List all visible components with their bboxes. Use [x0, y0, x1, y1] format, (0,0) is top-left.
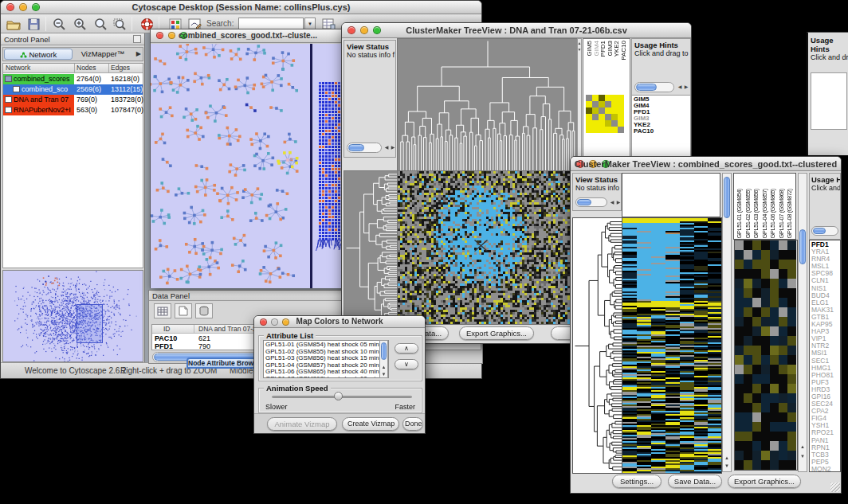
move-up-button[interactable]: ∧ [395, 343, 418, 354]
network-table-row[interactable]: combined_sco2569(6)13112(15) [3, 84, 143, 95]
tv1-column-label[interactable]: GIM4 [593, 41, 600, 90]
usage-hints-hscrollbar[interactable] [811, 226, 838, 236]
matrix-cell[interactable] [586, 120, 592, 127]
search-input[interactable] [238, 18, 304, 29]
matrix-cell[interactable] [618, 127, 624, 133]
tv1-column-dendrogram[interactable] [397, 38, 578, 172]
tv2-column-label[interactable]: GPL51-06 (GSM865) [769, 174, 778, 238]
settings-button[interactable]: Settings... [612, 475, 662, 488]
open-session-icon[interactable] [5, 17, 22, 32]
matrix-cell[interactable] [586, 127, 592, 133]
export-graphics-button[interactable]: Export Graphics... [728, 475, 801, 488]
attribute-list-vscrollbar[interactable]: ▲ ▼ [379, 340, 388, 378]
float-panel-icon[interactable] [133, 35, 141, 43]
table-mode-icon[interactable] [154, 303, 171, 318]
matrix-cell[interactable] [586, 107, 592, 114]
main-titlebar[interactable]: Cytoscape Desktop (Session Name: collins… [1, 1, 481, 14]
zoom-fit-icon[interactable] [92, 17, 109, 32]
scroll-up-icon[interactable]: ▲ [380, 365, 387, 370]
tv2-row-dendrogram[interactable] [572, 217, 623, 474]
tv2-column-label[interactable]: GPL51-04 (GSM857) [761, 174, 770, 238]
search-dropdown-icon[interactable]: ▼ [304, 18, 316, 29]
scroll-down-icon[interactable]: ▼ [380, 372, 387, 377]
tv1-column-label[interactable]: PAC10 [620, 41, 627, 90]
tv1-splitter[interactable]: ▲ ▼ [577, 38, 582, 170]
tab-overflow-icon[interactable]: ▶ [136, 50, 141, 57]
tv2-column-label[interactable]: GPL51-07 (GSM868) [778, 174, 787, 238]
matrix-cell[interactable] [599, 95, 605, 101]
matrix-cell[interactable] [605, 107, 611, 114]
scroll-up-icon[interactable]: ▲ [799, 444, 807, 450]
matrix-cell[interactable] [592, 127, 599, 133]
matrix-cell[interactable] [618, 95, 624, 101]
scroll-right-icon[interactable]: ▶ [389, 145, 397, 150]
matrix-cell[interactable] [592, 114, 599, 120]
matrix-cell[interactable] [611, 95, 618, 101]
resize-grip[interactable] [830, 483, 840, 492]
new-attribute-icon[interactable] [175, 303, 192, 318]
matrix-cell[interactable] [605, 95, 611, 101]
matrix-cell[interactable] [618, 114, 624, 120]
tv1-column-label[interactable]: GIM3 [607, 41, 614, 90]
tv2-column-label[interactable]: GPL51-03 (GSM856) [752, 174, 761, 238]
move-down-button[interactable]: ∨ [395, 359, 418, 369]
matrix-cell[interactable] [586, 101, 592, 107]
export-graphics-button[interactable]: Export Graphics... [459, 326, 534, 340]
zoom-selected-icon[interactable] [111, 17, 128, 32]
matrix-cell[interactable] [592, 120, 599, 127]
col-network[interactable]: Network [6, 64, 30, 72]
dp-col-id[interactable]: ID [163, 325, 171, 333]
tv1-row-dendrogram[interactable] [344, 170, 398, 325]
attribute-list-item[interactable]: GPL51-07 (GSM868) heat shock 60 min [265, 376, 388, 379]
tv2-heatmap[interactable] [622, 217, 722, 474]
matrix-cell[interactable] [605, 127, 611, 133]
network-canvas[interactable] [151, 44, 345, 288]
zoom-in-icon[interactable] [71, 17, 88, 32]
network-overview[interactable] [2, 270, 143, 362]
matrix-cell[interactable] [611, 127, 618, 133]
matrix-cell[interactable] [599, 120, 605, 127]
matrix-cell[interactable] [599, 127, 605, 133]
tv2-main-vscrollbar[interactable]: ▲ ▼ [722, 173, 732, 472]
speed-slider-thumb[interactable] [334, 392, 343, 400]
matrix-cell[interactable] [618, 120, 624, 127]
tv1-heatmap[interactable] [397, 170, 578, 325]
col-edges[interactable]: Edges [111, 64, 130, 72]
matrix-cell[interactable] [592, 107, 599, 114]
matrix-cell[interactable] [592, 95, 599, 101]
network-table-row[interactable]: DNA and Tran 07769(0)183728(0) [3, 95, 143, 105]
scroll-down-icon[interactable]: ▼ [723, 463, 731, 469]
save-session-icon[interactable] [25, 17, 42, 32]
matrix-cell[interactable] [611, 101, 618, 107]
tv1-column-label[interactable]: YKE2 [613, 41, 620, 90]
matrix-cell[interactable] [592, 101, 599, 107]
matrix-cell[interactable] [611, 107, 618, 114]
network-table-row[interactable]: combined_scores2764(0)16218(0) [3, 74, 143, 84]
tv2-column-label[interactable]: GPL51-02 (GSM855) [744, 174, 753, 238]
zoom-out-icon[interactable] [50, 17, 68, 32]
tv2-zoom-vscrollbar[interactable]: ▲ ▼ [798, 173, 807, 472]
matrix-cell[interactable] [605, 114, 611, 120]
col-nodes[interactable]: Nodes [77, 64, 96, 72]
scroll-down-icon[interactable]: ▼ [799, 454, 807, 459]
matrix-cell[interactable] [605, 120, 611, 127]
tab-network[interactable]: Network [4, 49, 73, 60]
tab-vizmapper[interactable]: VizMapper™ [75, 49, 131, 60]
tv1-row-label[interactable]: PAC10 [634, 128, 690, 135]
scroll-up-icon[interactable]: ▲ [723, 455, 731, 461]
tv1-zoom-heatmap[interactable] [586, 95, 624, 133]
matrix-cell[interactable] [618, 107, 624, 114]
matrix-cell[interactable] [599, 101, 605, 107]
matrix-cell[interactable] [586, 114, 592, 120]
matrix-cell[interactable] [599, 107, 605, 114]
view-status-hscrollbar[interactable] [575, 197, 607, 207]
matrix-cell[interactable] [599, 114, 605, 120]
matrix-cell[interactable] [611, 114, 618, 120]
usage-hints-hscrollbar[interactable] [634, 82, 674, 92]
create-vizmap-button[interactable]: Create Vizmap [342, 417, 399, 431]
animate-vizmap-button[interactable]: Animate Vizmap [267, 417, 337, 431]
view-status-hscrollbar[interactable] [347, 143, 382, 153]
tv2-column-label[interactable]: GPL51-08 (GSM872) [786, 174, 795, 238]
done-button[interactable]: Done [402, 417, 423, 431]
attribute-list[interactable]: GPL51-01 (GSM854) heat shock 05 minGPL51… [263, 340, 389, 378]
